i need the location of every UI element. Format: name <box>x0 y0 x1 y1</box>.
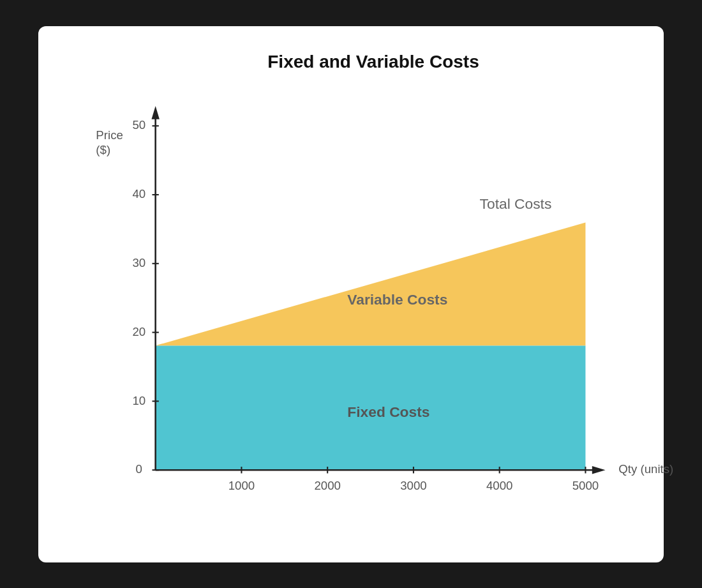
chart-title: Fixed and Variable Costs <box>267 52 479 72</box>
y-axis-label: Price <box>96 128 123 141</box>
y-label-30: 30 <box>132 255 146 269</box>
y-label-50: 50 <box>132 118 146 132</box>
x-axis-arrow <box>592 465 606 473</box>
y-label-10: 10 <box>132 393 146 407</box>
y-axis-arrow <box>151 106 159 119</box>
y-label-0: 0 <box>136 462 142 476</box>
x-label-3000: 3000 <box>400 479 426 492</box>
chart-area: Price ($) Total Costs Variable Costs Fix… <box>89 85 632 524</box>
variable-costs-area <box>156 222 586 345</box>
chart-svg: Price ($) Total Costs Variable Costs Fix… <box>89 85 632 524</box>
total-costs-label: Total Costs <box>480 195 552 211</box>
svg-text:($): ($) <box>96 142 110 156</box>
fixed-costs-label: Fixed Costs <box>347 403 429 420</box>
y-label-40: 40 <box>132 187 146 200</box>
chart-container: Fixed and Variable Costs Price ($) Total… <box>38 26 664 562</box>
x-label-5000: 5000 <box>572 479 599 492</box>
x-axis-label: Qty (units) <box>618 462 673 476</box>
x-label-4000: 4000 <box>486 479 512 492</box>
x-label-1000: 1000 <box>228 479 255 492</box>
variable-costs-label: Variable Costs <box>347 291 447 308</box>
x-label-2000: 2000 <box>314 479 340 492</box>
y-label-20: 20 <box>132 324 146 338</box>
